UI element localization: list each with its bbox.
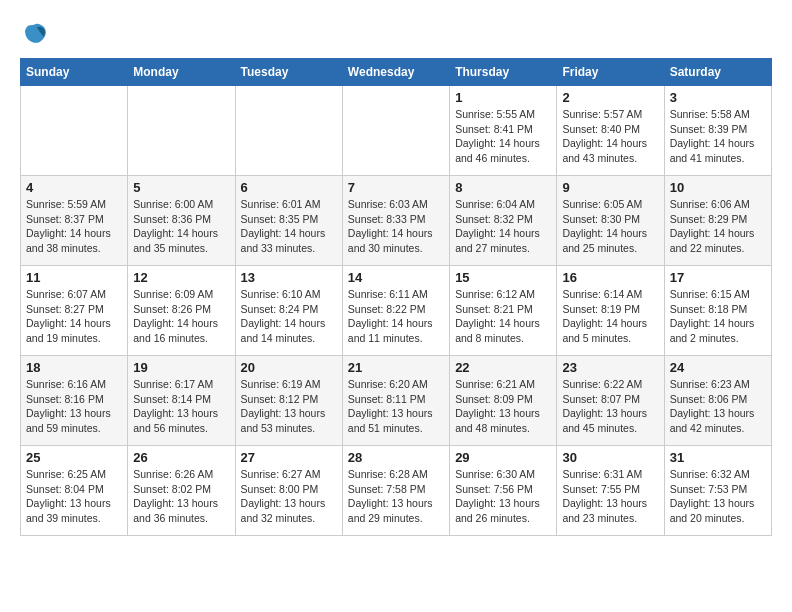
calendar-cell: 8Sunrise: 6:04 AM Sunset: 8:32 PM Daylig… bbox=[450, 176, 557, 266]
day-info: Sunrise: 6:05 AM Sunset: 8:30 PM Dayligh… bbox=[562, 197, 658, 256]
calendar-cell: 10Sunrise: 6:06 AM Sunset: 8:29 PM Dayli… bbox=[664, 176, 771, 266]
calendar-cell: 7Sunrise: 6:03 AM Sunset: 8:33 PM Daylig… bbox=[342, 176, 449, 266]
day-number: 27 bbox=[241, 450, 337, 465]
calendar-cell: 25Sunrise: 6:25 AM Sunset: 8:04 PM Dayli… bbox=[21, 446, 128, 536]
calendar-cell: 5Sunrise: 6:00 AM Sunset: 8:36 PM Daylig… bbox=[128, 176, 235, 266]
day-number: 14 bbox=[348, 270, 444, 285]
calendar-cell: 18Sunrise: 6:16 AM Sunset: 8:16 PM Dayli… bbox=[21, 356, 128, 446]
day-info: Sunrise: 6:17 AM Sunset: 8:14 PM Dayligh… bbox=[133, 377, 229, 436]
week-row-2: 4Sunrise: 5:59 AM Sunset: 8:37 PM Daylig… bbox=[21, 176, 772, 266]
day-info: Sunrise: 6:00 AM Sunset: 8:36 PM Dayligh… bbox=[133, 197, 229, 256]
day-number: 12 bbox=[133, 270, 229, 285]
day-number: 28 bbox=[348, 450, 444, 465]
week-row-1: 1Sunrise: 5:55 AM Sunset: 8:41 PM Daylig… bbox=[21, 86, 772, 176]
day-number: 8 bbox=[455, 180, 551, 195]
day-info: Sunrise: 6:01 AM Sunset: 8:35 PM Dayligh… bbox=[241, 197, 337, 256]
calendar-cell: 24Sunrise: 6:23 AM Sunset: 8:06 PM Dayli… bbox=[664, 356, 771, 446]
day-number: 26 bbox=[133, 450, 229, 465]
day-number: 29 bbox=[455, 450, 551, 465]
day-number: 23 bbox=[562, 360, 658, 375]
calendar-cell bbox=[235, 86, 342, 176]
calendar-table: SundayMondayTuesdayWednesdayThursdayFrid… bbox=[20, 58, 772, 536]
day-info: Sunrise: 5:55 AM Sunset: 8:41 PM Dayligh… bbox=[455, 107, 551, 166]
calendar-cell: 20Sunrise: 6:19 AM Sunset: 8:12 PM Dayli… bbox=[235, 356, 342, 446]
day-info: Sunrise: 6:12 AM Sunset: 8:21 PM Dayligh… bbox=[455, 287, 551, 346]
day-info: Sunrise: 6:31 AM Sunset: 7:55 PM Dayligh… bbox=[562, 467, 658, 526]
day-number: 9 bbox=[562, 180, 658, 195]
day-number: 25 bbox=[26, 450, 122, 465]
calendar-cell bbox=[21, 86, 128, 176]
day-info: Sunrise: 6:26 AM Sunset: 8:02 PM Dayligh… bbox=[133, 467, 229, 526]
calendar-cell: 29Sunrise: 6:30 AM Sunset: 7:56 PM Dayli… bbox=[450, 446, 557, 536]
day-number: 10 bbox=[670, 180, 766, 195]
day-number: 11 bbox=[26, 270, 122, 285]
calendar-cell: 11Sunrise: 6:07 AM Sunset: 8:27 PM Dayli… bbox=[21, 266, 128, 356]
day-info: Sunrise: 5:57 AM Sunset: 8:40 PM Dayligh… bbox=[562, 107, 658, 166]
header-day-friday: Friday bbox=[557, 59, 664, 86]
header-day-wednesday: Wednesday bbox=[342, 59, 449, 86]
day-info: Sunrise: 6:19 AM Sunset: 8:12 PM Dayligh… bbox=[241, 377, 337, 436]
calendar-cell: 2Sunrise: 5:57 AM Sunset: 8:40 PM Daylig… bbox=[557, 86, 664, 176]
calendar-body: 1Sunrise: 5:55 AM Sunset: 8:41 PM Daylig… bbox=[21, 86, 772, 536]
logo-icon bbox=[20, 20, 48, 48]
day-info: Sunrise: 6:16 AM Sunset: 8:16 PM Dayligh… bbox=[26, 377, 122, 436]
calendar-cell: 19Sunrise: 6:17 AM Sunset: 8:14 PM Dayli… bbox=[128, 356, 235, 446]
day-number: 15 bbox=[455, 270, 551, 285]
header-row: SundayMondayTuesdayWednesdayThursdayFrid… bbox=[21, 59, 772, 86]
calendar-cell: 22Sunrise: 6:21 AM Sunset: 8:09 PM Dayli… bbox=[450, 356, 557, 446]
calendar-cell: 26Sunrise: 6:26 AM Sunset: 8:02 PM Dayli… bbox=[128, 446, 235, 536]
calendar-cell: 30Sunrise: 6:31 AM Sunset: 7:55 PM Dayli… bbox=[557, 446, 664, 536]
day-number: 21 bbox=[348, 360, 444, 375]
day-number: 19 bbox=[133, 360, 229, 375]
day-info: Sunrise: 6:28 AM Sunset: 7:58 PM Dayligh… bbox=[348, 467, 444, 526]
day-info: Sunrise: 6:32 AM Sunset: 7:53 PM Dayligh… bbox=[670, 467, 766, 526]
calendar-cell: 9Sunrise: 6:05 AM Sunset: 8:30 PM Daylig… bbox=[557, 176, 664, 266]
day-info: Sunrise: 6:10 AM Sunset: 8:24 PM Dayligh… bbox=[241, 287, 337, 346]
calendar-cell: 13Sunrise: 6:10 AM Sunset: 8:24 PM Dayli… bbox=[235, 266, 342, 356]
day-number: 30 bbox=[562, 450, 658, 465]
calendar-cell: 17Sunrise: 6:15 AM Sunset: 8:18 PM Dayli… bbox=[664, 266, 771, 356]
week-row-4: 18Sunrise: 6:16 AM Sunset: 8:16 PM Dayli… bbox=[21, 356, 772, 446]
day-info: Sunrise: 6:20 AM Sunset: 8:11 PM Dayligh… bbox=[348, 377, 444, 436]
page-header bbox=[20, 20, 772, 48]
calendar-cell: 27Sunrise: 6:27 AM Sunset: 8:00 PM Dayli… bbox=[235, 446, 342, 536]
day-number: 24 bbox=[670, 360, 766, 375]
calendar-cell: 14Sunrise: 6:11 AM Sunset: 8:22 PM Dayli… bbox=[342, 266, 449, 356]
calendar-cell: 12Sunrise: 6:09 AM Sunset: 8:26 PM Dayli… bbox=[128, 266, 235, 356]
day-info: Sunrise: 6:21 AM Sunset: 8:09 PM Dayligh… bbox=[455, 377, 551, 436]
header-day-tuesday: Tuesday bbox=[235, 59, 342, 86]
day-number: 31 bbox=[670, 450, 766, 465]
day-number: 4 bbox=[26, 180, 122, 195]
day-number: 2 bbox=[562, 90, 658, 105]
header-day-sunday: Sunday bbox=[21, 59, 128, 86]
day-number: 16 bbox=[562, 270, 658, 285]
day-info: Sunrise: 5:58 AM Sunset: 8:39 PM Dayligh… bbox=[670, 107, 766, 166]
calendar-cell: 6Sunrise: 6:01 AM Sunset: 8:35 PM Daylig… bbox=[235, 176, 342, 266]
day-info: Sunrise: 6:15 AM Sunset: 8:18 PM Dayligh… bbox=[670, 287, 766, 346]
day-number: 13 bbox=[241, 270, 337, 285]
header-day-monday: Monday bbox=[128, 59, 235, 86]
day-info: Sunrise: 6:30 AM Sunset: 7:56 PM Dayligh… bbox=[455, 467, 551, 526]
day-info: Sunrise: 6:07 AM Sunset: 8:27 PM Dayligh… bbox=[26, 287, 122, 346]
calendar-cell bbox=[128, 86, 235, 176]
day-number: 17 bbox=[670, 270, 766, 285]
day-info: Sunrise: 6:23 AM Sunset: 8:06 PM Dayligh… bbox=[670, 377, 766, 436]
day-info: Sunrise: 6:09 AM Sunset: 8:26 PM Dayligh… bbox=[133, 287, 229, 346]
day-info: Sunrise: 6:03 AM Sunset: 8:33 PM Dayligh… bbox=[348, 197, 444, 256]
day-number: 18 bbox=[26, 360, 122, 375]
calendar-cell: 3Sunrise: 5:58 AM Sunset: 8:39 PM Daylig… bbox=[664, 86, 771, 176]
day-number: 6 bbox=[241, 180, 337, 195]
day-number: 1 bbox=[455, 90, 551, 105]
week-row-5: 25Sunrise: 6:25 AM Sunset: 8:04 PM Dayli… bbox=[21, 446, 772, 536]
calendar-header: SundayMondayTuesdayWednesdayThursdayFrid… bbox=[21, 59, 772, 86]
day-info: Sunrise: 6:11 AM Sunset: 8:22 PM Dayligh… bbox=[348, 287, 444, 346]
calendar-cell: 21Sunrise: 6:20 AM Sunset: 8:11 PM Dayli… bbox=[342, 356, 449, 446]
day-info: Sunrise: 6:25 AM Sunset: 8:04 PM Dayligh… bbox=[26, 467, 122, 526]
calendar-cell: 4Sunrise: 5:59 AM Sunset: 8:37 PM Daylig… bbox=[21, 176, 128, 266]
calendar-cell: 16Sunrise: 6:14 AM Sunset: 8:19 PM Dayli… bbox=[557, 266, 664, 356]
day-info: Sunrise: 5:59 AM Sunset: 8:37 PM Dayligh… bbox=[26, 197, 122, 256]
calendar-cell: 15Sunrise: 6:12 AM Sunset: 8:21 PM Dayli… bbox=[450, 266, 557, 356]
calendar-cell: 23Sunrise: 6:22 AM Sunset: 8:07 PM Dayli… bbox=[557, 356, 664, 446]
header-day-thursday: Thursday bbox=[450, 59, 557, 86]
day-info: Sunrise: 6:22 AM Sunset: 8:07 PM Dayligh… bbox=[562, 377, 658, 436]
